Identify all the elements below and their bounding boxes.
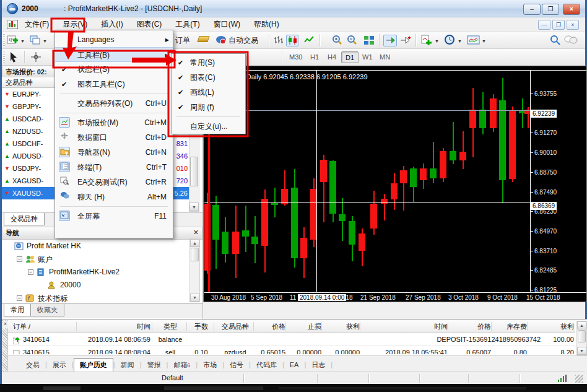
scroll-down-icon[interactable]: ▼ <box>190 294 199 302</box>
menu-item-状态栏-S-[interactable]: ✔状态栏(S) <box>55 62 173 77</box>
menubar-item-6[interactable]: 窗口(W) <box>207 17 247 32</box>
terminal-tab-信号[interactable]: 信号 <box>224 359 249 372</box>
menu-item-图表工具栏-C-[interactable]: ✔图表工具栏(C) <box>55 77 173 92</box>
tree-expander-icon[interactable]: − <box>28 269 33 275</box>
terminal-column-header[interactable]: 手数 <box>189 322 214 331</box>
menu-item-市场报价-M-[interactable]: 市场报价(M)Ctrl+M <box>55 115 173 130</box>
new-order-button[interactable]: 订单 <box>175 35 190 46</box>
period-dropdown[interactable]: ▼ <box>458 39 462 43</box>
profiles-dropdown[interactable]: ▼ <box>43 39 47 43</box>
period-button-D1[interactable]: D1 <box>341 51 359 63</box>
terminal-tab-邮箱[interactable]: 邮箱6 <box>168 359 196 372</box>
terminal-column-header[interactable]: 交易品种 <box>216 322 254 331</box>
scrollbar-thumb[interactable] <box>191 248 199 261</box>
search-icon[interactable] <box>549 35 562 48</box>
terminal-scrollbar[interactable]: ▲ ▼ <box>576 321 587 355</box>
resize-grip[interactable] <box>575 375 583 383</box>
gold-ingot-icon[interactable] <box>197 36 209 42</box>
toolbar-handle[interactable] <box>3 34 5 46</box>
menu-item-导航器-N-[interactable]: 导航器(N)Ctrl+N <box>55 145 173 160</box>
cursor-icon[interactable] <box>8 51 19 65</box>
terminal-column-header[interactable]: 库存费 <box>494 322 527 331</box>
period-button-W1[interactable]: W1 <box>359 51 376 63</box>
scroll-up-icon[interactable]: ▲ <box>577 321 586 329</box>
submenu-item-图表-C-[interactable]: ✔图表(C) <box>172 70 245 85</box>
terminal-tab-市场[interactable]: 市场 <box>198 359 222 372</box>
tree-node-技术指标[interactable]: −f技术指标 <box>2 292 189 302</box>
template-dropdown[interactable]: ▼ <box>482 39 486 43</box>
new-chart-dropdown[interactable]: ▼ <box>20 39 25 43</box>
terminal-column-header[interactable]: 时间 <box>362 322 448 331</box>
zoom-out-icon[interactable] <box>346 35 359 48</box>
bar-chart-icon[interactable] <box>273 35 284 48</box>
scroll-down-icon[interactable]: ▼ <box>189 203 199 211</box>
terminal-tab-交易[interactable]: 交易 <box>20 359 45 372</box>
line-chart-icon[interactable] <box>303 35 315 48</box>
terminal-tab-代码库[interactable]: 代码库 <box>251 359 282 372</box>
scroll-up-icon[interactable]: ▲ <box>190 239 199 247</box>
tree-expander-icon[interactable]: − <box>17 256 22 262</box>
submenu-item-周期-f-[interactable]: ✔周期 (f) <box>172 100 245 115</box>
autotrade-button[interactable]: 自动交易 <box>228 35 258 46</box>
autotrade-icon[interactable] <box>215 35 227 48</box>
chart-shift-icon[interactable] <box>399 35 412 48</box>
terminal-column-header[interactable]: 类型 <box>154 322 186 331</box>
terminal-tab-警报[interactable]: 警报 <box>141 359 166 372</box>
mdi-close-button[interactable]: × <box>567 20 579 30</box>
menubar-item-7[interactable]: 帮助(H) <box>247 17 286 32</box>
template-icon[interactable] <box>467 35 480 48</box>
close-button[interactable]: × <box>563 4 580 15</box>
crosshair-icon[interactable] <box>30 51 41 65</box>
menu-item-终端-T-[interactable]: 终端(T)Ctrl+T <box>55 160 173 175</box>
terminal-column-header[interactable]: 获利 <box>324 322 360 331</box>
minimize-button[interactable]: – <box>523 4 541 15</box>
terminal-tab-日志[interactable]: 日志 <box>306 359 331 372</box>
period-button-MN[interactable]: MN <box>376 51 394 63</box>
tree-node-20000[interactable]: 20000 <box>2 279 189 292</box>
auto-scroll-icon[interactable] <box>383 35 397 46</box>
terminal-close-icon[interactable]: x <box>2 321 8 328</box>
tree-node-账户[interactable]: −账户 <box>2 253 189 266</box>
terminal-column-header[interactable]: 时间 <box>79 322 150 331</box>
mdi-minimize-button[interactable]: — <box>538 20 550 30</box>
scroll-down-icon[interactable]: ▼ <box>577 347 586 355</box>
terminal-column-header[interactable]: 价格 <box>450 322 491 331</box>
time-axis[interactable]: 30 Aug 20185 Sep 2018112018.09.14 0:00p … <box>204 292 586 302</box>
menubar-item-5[interactable]: 工具(T) <box>168 17 206 32</box>
indicators-icon[interactable] <box>420 35 433 48</box>
navigator-tab-common[interactable]: 常用 <box>4 304 31 316</box>
menu-item-数据窗口[interactable]: 数据窗口Ctrl+D <box>55 130 173 145</box>
submenu-item-自定义-u-[interactable]: 自定义(u)... <box>172 119 245 134</box>
menu-item-全屏幕[interactable]: 全屏幕F11 <box>55 209 173 224</box>
mdi-restore-button[interactable]: ❐ <box>552 20 565 30</box>
candlestick-chart-icon[interactable] <box>286 35 298 46</box>
scrollbar-thumb[interactable] <box>578 330 586 342</box>
menu-item-EA交易测试-R-[interactable]: EA交易测试(R)Ctrl+R <box>55 175 173 189</box>
menu-item-工具栏-B-[interactable]: 工具栏(B)▶ <box>55 47 173 62</box>
menu-item-聊天-H-[interactable]: 聊天 (H)Alt+M <box>55 189 173 204</box>
terminal-column-header[interactable]: 价格 <box>256 322 285 331</box>
navigator-tab-favorites[interactable]: 收藏夹 <box>31 304 64 316</box>
scrollbar-thumb[interactable] <box>190 157 198 186</box>
tree-node-ProfitMarketHK-Live2[interactable]: −ProfitMarketHK-Live2 <box>2 266 189 279</box>
terminal-tab-EA[interactable]: EA <box>284 359 305 370</box>
new-chart-icon[interactable] <box>7 35 19 48</box>
profiles-icon[interactable] <box>29 35 41 48</box>
tile-windows-icon[interactable] <box>363 35 375 48</box>
market-watch-tab[interactable]: 交易品种 <box>4 213 45 225</box>
period-button-H4[interactable]: H4 <box>324 51 340 63</box>
terminal-tab-账户历史[interactable]: 账户历史 <box>74 358 113 372</box>
terminal-tab-新闻[interactable]: 新闻 <box>115 359 140 372</box>
submenu-item-常用-S-[interactable]: ✔常用(S) <box>172 55 245 70</box>
zoom-in-icon[interactable] <box>331 35 344 48</box>
profile-name[interactable]: Default <box>162 374 183 381</box>
terminal-column-header[interactable]: 订单 / <box>13 322 77 331</box>
chart-plot-area[interactable]: USDCNH-,Daily 6.92045 6.92338 6.91205 6.… <box>204 70 530 292</box>
toolbar-handle2[interactable] <box>3 51 5 63</box>
price-axis[interactable]: 6.937556.924956.912706.900106.887506.874… <box>530 70 586 292</box>
restore-button[interactable]: ❐ <box>542 4 559 15</box>
submenu-item-画线-L-[interactable]: ✔画线(L) <box>172 85 245 100</box>
period-button-M30[interactable]: M30 <box>285 51 306 63</box>
menubar-item-1[interactable]: 文件(F) <box>18 17 56 32</box>
terminal-column-header[interactable]: 获利 <box>529 322 574 331</box>
